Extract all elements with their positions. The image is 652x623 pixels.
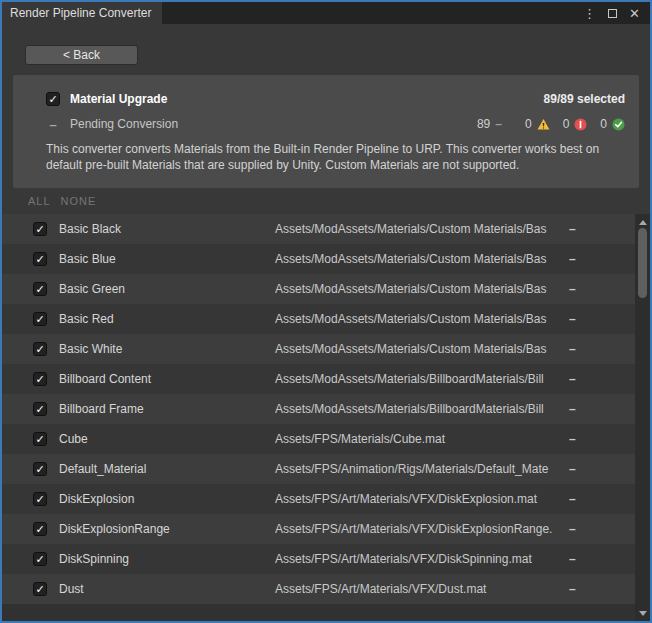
material-path: Assets/ModAssets/Materials/Custom Materi… — [275, 304, 563, 334]
table-row[interactable]: ✓ Dust Assets/FPS/Art/Materials/VFX/Dust… — [2, 574, 635, 604]
material-path: Assets/FPS/Art/Materials/VFX/DiskExplosi… — [275, 484, 563, 514]
table-row[interactable]: ✓ Basic Green Assets/ModAssets/Materials… — [2, 274, 635, 304]
row-status-dash-icon: – — [569, 364, 576, 394]
material-path: Assets/FPS/Materials/Cube.mat — [275, 424, 563, 454]
material-name: DiskSpinning — [59, 544, 129, 574]
pending-dash-icon: – — [495, 117, 502, 131]
material-path: Assets/ModAssets/Materials/Custom Materi… — [275, 334, 563, 364]
material-name: DiskExplosion — [59, 484, 134, 514]
material-name: Basic Black — [59, 214, 121, 244]
table-row[interactable]: ✓ DiskExplosionRange Assets/FPS/Art/Mate… — [2, 514, 635, 544]
converter-checkbox[interactable]: ✓ — [46, 92, 60, 106]
row-checkbox[interactable]: ✓ — [33, 462, 47, 476]
row-status-dash-icon: – — [569, 544, 576, 574]
material-name: Dust — [59, 574, 84, 604]
table-row[interactable]: ✓ Billboard Frame Assets/ModAssets/Mater… — [2, 394, 635, 424]
selected-count: 89/89 selected — [544, 92, 625, 106]
row-checkbox[interactable]: ✓ — [33, 252, 47, 266]
close-icon[interactable]: ✕ — [629, 7, 640, 20]
row-checkbox[interactable]: ✓ — [33, 552, 47, 566]
pending-total: 89 — [477, 117, 490, 131]
row-status-dash-icon: – — [569, 304, 576, 334]
error-icon — [574, 118, 587, 131]
material-path: Assets/ModAssets/Materials/Custom Materi… — [275, 274, 563, 304]
material-name: Basic Blue — [59, 244, 116, 274]
converter-name: Material Upgrade — [70, 92, 167, 106]
row-checkbox[interactable]: ✓ — [33, 432, 47, 446]
warning-icon — [537, 118, 550, 131]
row-checkbox[interactable]: ✓ — [33, 312, 47, 326]
material-name: DiskExplosionRange — [59, 514, 170, 544]
warning-count: 0 — [525, 117, 532, 131]
table-row[interactable]: ✓ DiskExplosion Assets/FPS/Art/Materials… — [2, 484, 635, 514]
row-status-dash-icon: – — [569, 394, 576, 424]
materials-list-area: ✓ Basic Black Assets/ModAssets/Materials… — [2, 214, 650, 621]
material-path: Assets/FPS/Art/Materials/VFX/DiskExplosi… — [275, 514, 563, 544]
select-none-link[interactable]: NONE — [61, 195, 97, 207]
material-name: Billboard Content — [59, 364, 151, 394]
row-checkbox[interactable]: ✓ — [33, 342, 47, 356]
material-name: Default_Material — [59, 454, 146, 484]
pending-minus-icon: – — [46, 117, 60, 132]
converter-panel: ✓ Material Upgrade 89/89 selected – Pend… — [13, 75, 639, 188]
maximize-icon[interactable] — [608, 7, 617, 20]
table-row[interactable]: ✓ Basic White Assets/ModAssets/Materials… — [2, 334, 635, 364]
row-status-dash-icon: – — [569, 214, 576, 244]
material-path: Assets/FPS/Art/Materials/VFX/DiskSpinnin… — [275, 544, 563, 574]
back-button[interactable]: < Back — [25, 45, 138, 65]
row-status-dash-icon: – — [569, 574, 576, 604]
selection-links: ALL NONE — [28, 195, 96, 207]
table-row[interactable]: ✓ Basic Blue Assets/ModAssets/Materials/… — [2, 244, 635, 274]
material-name: Basic Red — [59, 304, 114, 334]
table-row[interactable]: ✓ Default_Material Assets/FPS/Animation/… — [2, 454, 635, 484]
titlebar: Render Pipeline Converter ⋮ ✕ — [2, 2, 650, 24]
window-tab[interactable]: Render Pipeline Converter — [2, 2, 162, 24]
select-all-link[interactable]: ALL — [28, 195, 51, 207]
success-count: 0 — [600, 117, 607, 131]
error-count: 0 — [563, 117, 570, 131]
window-title: Render Pipeline Converter — [10, 6, 151, 20]
row-status-dash-icon: – — [569, 484, 576, 514]
maximize-glyph — [608, 9, 617, 18]
row-checkbox[interactable]: ✓ — [33, 582, 47, 596]
pending-conversion-row: – Pending Conversion 89 – 0 0 — [13, 114, 639, 134]
converter-description: This converter converts Materials from t… — [46, 141, 619, 173]
table-row[interactable]: ✓ DiskSpinning Assets/FPS/Art/Materials/… — [2, 544, 635, 574]
pending-label: Pending Conversion — [70, 117, 178, 131]
table-row[interactable]: ✓ Basic Red Assets/ModAssets/Materials/C… — [2, 304, 635, 334]
row-status-dash-icon: – — [569, 454, 576, 484]
row-checkbox[interactable]: ✓ — [33, 522, 47, 536]
row-status-dash-icon: – — [569, 244, 576, 274]
status-counts: 89 – 0 0 0 — [477, 117, 625, 131]
window-controls: ⋮ ✕ — [583, 2, 650, 24]
render-pipeline-converter-window: Render Pipeline Converter ⋮ ✕ < Back ✓ M… — [0, 0, 652, 623]
success-icon — [612, 118, 625, 131]
material-name: Basic Green — [59, 274, 125, 304]
converter-header-row: ✓ Material Upgrade 89/89 selected — [13, 88, 639, 110]
row-status-dash-icon: – — [569, 514, 576, 544]
row-status-dash-icon: – — [569, 274, 576, 304]
window-body: < Back ✓ Material Upgrade 89/89 selected… — [2, 24, 650, 621]
material-name: Basic White — [59, 334, 122, 364]
material-path: Assets/FPS/Animation/Rigs/Materials/Defa… — [275, 454, 563, 484]
row-status-dash-icon: – — [569, 424, 576, 454]
menu-kebab-icon[interactable]: ⋮ — [583, 7, 596, 20]
row-status-dash-icon: – — [569, 334, 576, 364]
row-checkbox[interactable]: ✓ — [33, 492, 47, 506]
scroll-up-icon[interactable] — [635, 216, 650, 228]
material-path: Assets/ModAssets/Materials/Custom Materi… — [275, 244, 563, 274]
table-row[interactable]: ✓ Basic Black Assets/ModAssets/Materials… — [2, 214, 635, 244]
table-row[interactable]: ✓ Cube Assets/FPS/Materials/Cube.mat – — [2, 424, 635, 454]
material-name: Cube — [59, 424, 88, 454]
table-row[interactable]: ✓ Billboard Content Assets/ModAssets/Mat… — [2, 364, 635, 394]
material-path: Assets/ModAssets/Materials/BillboardMate… — [275, 394, 563, 424]
row-checkbox[interactable]: ✓ — [33, 222, 47, 236]
material-name: Billboard Frame — [59, 394, 144, 424]
row-checkbox[interactable]: ✓ — [33, 402, 47, 416]
scrollbar[interactable] — [635, 214, 650, 621]
materials-list: ✓ Basic Black Assets/ModAssets/Materials… — [2, 214, 635, 621]
row-checkbox[interactable]: ✓ — [33, 372, 47, 386]
scroll-down-icon[interactable] — [635, 607, 650, 619]
row-checkbox[interactable]: ✓ — [33, 282, 47, 296]
scrollbar-thumb[interactable] — [638, 228, 647, 298]
